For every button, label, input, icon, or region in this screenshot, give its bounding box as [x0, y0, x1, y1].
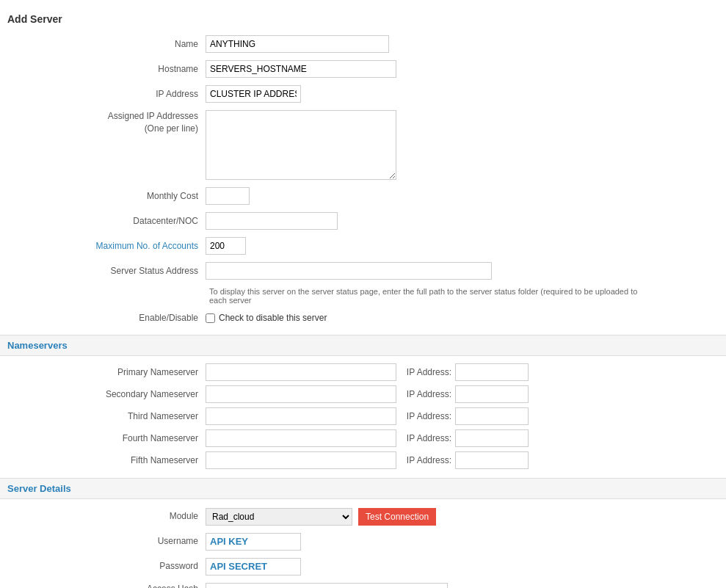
ns-row-5: Fifth Nameserver IP Address: — [0, 451, 726, 469]
enable-disable-checkbox[interactable] — [206, 313, 215, 323]
ns-ip-label-4: IP Address: — [404, 433, 451, 443]
password-row: Password — [0, 556, 726, 577]
enable-disable-checkbox-row: Check to disable this server — [206, 313, 327, 323]
ns-ip-label-5: IP Address: — [404, 455, 451, 465]
ns-ip-input-3[interactable] — [455, 407, 529, 425]
server-status-hint-row: To display this server on the server sta… — [0, 286, 726, 306]
ip-address-label: IP Address — [0, 88, 206, 101]
datacenter-label: Datacenter/NOC — [0, 215, 206, 228]
ns-label-5: Fifth Nameserver — [0, 455, 206, 465]
ns-row-4: Fourth Nameserver IP Address: — [0, 429, 726, 447]
access-hash-label: Access Hash — [0, 583, 206, 588]
ns-ip-input-1[interactable] — [455, 363, 529, 381]
module-row: Module Rad_cloud Test Connection — [0, 507, 726, 527]
nameservers-section: Primary Nameserver IP Address: Secondary… — [0, 359, 726, 478]
module-label: Module — [0, 510, 206, 523]
name-row: Name — [0, 34, 726, 54]
ns-input-4[interactable] — [206, 429, 396, 447]
monthly-cost-input[interactable] — [206, 187, 250, 205]
assigned-ip-label: Assigned IP Addresses (One per line) — [0, 110, 206, 135]
password-label: Password — [0, 560, 206, 573]
datacenter-input[interactable] — [206, 212, 338, 230]
nameservers-section-title: Nameservers — [0, 335, 726, 356]
hostname-label: Hostname — [0, 63, 206, 76]
server-status-row: Server Status Address — [0, 261, 726, 281]
ns-input-2[interactable] — [206, 385, 396, 403]
ns-row-1: Primary Nameserver IP Address: — [0, 363, 726, 381]
username-label: Username — [0, 535, 206, 548]
ns-ip-input-5[interactable] — [455, 451, 529, 469]
server-details-section: Module Rad_cloud Test Connection Usernam… — [0, 502, 726, 588]
general-section: Name Hostname IP Address Assigned IP Add… — [0, 29, 726, 335]
ns-input-1[interactable] — [206, 363, 396, 381]
max-accounts-row: Maximum No. of Accounts — [0, 236, 726, 256]
server-status-hint: To display this server on the server sta… — [206, 287, 646, 305]
page-wrapper: Add Server Name Hostname IP Address Assi… — [0, 0, 726, 588]
username-input[interactable] — [206, 533, 301, 551]
server-details-section-title: Server Details — [0, 478, 726, 499]
ns-ip-label-3: IP Address: — [404, 411, 451, 421]
test-connection-button[interactable]: Test Connection — [358, 508, 436, 526]
page-title: Add Server — [0, 7, 726, 29]
name-input[interactable] — [206, 35, 389, 53]
enable-disable-row: Enable/Disable Check to disable this ser… — [0, 311, 726, 326]
ns-input-5[interactable] — [206, 451, 396, 469]
server-status-input[interactable] — [206, 262, 492, 280]
username-row: Username — [0, 531, 726, 552]
ns-row-2: Secondary Nameserver IP Address: — [0, 385, 726, 403]
ns-ip-label-1: IP Address: — [404, 367, 451, 377]
access-hash-textarea[interactable] — [206, 583, 448, 588]
monthly-cost-label: Monthly Cost — [0, 190, 206, 203]
ns-label-3: Third Nameserver — [0, 411, 206, 421]
ip-address-input[interactable] — [206, 85, 301, 103]
ns-ip-input-4[interactable] — [455, 429, 529, 447]
server-status-label: Server Status Address — [0, 265, 206, 277]
ns-label-4: Fourth Nameserver — [0, 433, 206, 443]
password-input[interactable] — [206, 558, 301, 576]
ns-input-3[interactable] — [206, 407, 396, 425]
assigned-ip-textarea[interactable] — [206, 110, 396, 180]
hostname-input[interactable] — [206, 60, 396, 78]
enable-disable-checkbox-label: Check to disable this server — [219, 313, 327, 323]
module-select[interactable]: Rad_cloud — [206, 508, 352, 526]
max-accounts-label: Maximum No. of Accounts — [0, 240, 206, 253]
hostname-row: Hostname — [0, 59, 726, 79]
ns-label-1: Primary Nameserver — [0, 367, 206, 377]
enable-disable-label: Enable/Disable — [0, 312, 206, 324]
ns-ip-label-2: IP Address: — [404, 389, 451, 399]
monthly-cost-row: Monthly Cost — [0, 186, 726, 206]
ns-ip-input-2[interactable] — [455, 385, 529, 403]
assigned-ip-row: Assigned IP Addresses (One per line) — [0, 109, 726, 181]
access-hash-row: Access Hash — [0, 581, 726, 588]
max-accounts-input[interactable] — [206, 237, 246, 255]
name-label: Name — [0, 38, 206, 51]
ns-row-3: Third Nameserver IP Address: — [0, 407, 726, 425]
datacenter-row: Datacenter/NOC — [0, 211, 726, 231]
ns-label-2: Secondary Nameserver — [0, 389, 206, 399]
ip-address-row: IP Address — [0, 84, 726, 104]
